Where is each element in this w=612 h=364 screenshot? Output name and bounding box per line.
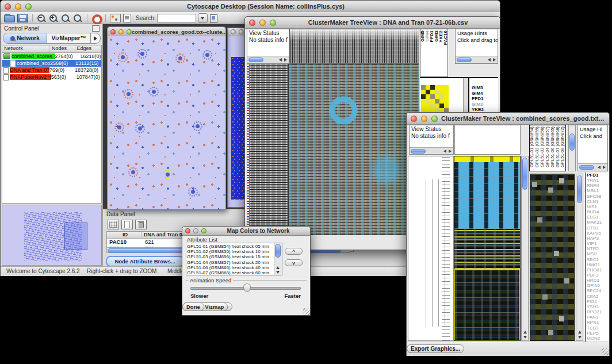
minimize-icon[interactable] <box>239 29 244 35</box>
scrollbar-thumb[interactable] <box>457 58 472 62</box>
zoom-out-icon[interactable] <box>37 14 47 23</box>
network-row[interactable]: combined_scores_ 2764(0) 16218(0) <box>2 53 101 60</box>
gene-label[interactable]: TCB3 <box>587 325 609 331</box>
scroll-up-icon[interactable] <box>276 266 280 269</box>
expression-heatmap[interactable] <box>454 156 521 341</box>
save-icon[interactable] <box>17 14 28 22</box>
gene-label[interactable]: PHO81 <box>587 267 609 273</box>
attribute-item[interactable]: GPL51-07 (GSM868) heat shock 60 min <box>187 270 274 275</box>
tab-network[interactable]: Network <box>3 33 47 43</box>
node-cluster[interactable] <box>175 53 185 63</box>
gene-label[interactable]: HMG1 <box>587 262 609 267</box>
hscrollbar[interactable] <box>456 56 498 63</box>
close-icon[interactable] <box>185 228 190 233</box>
treeview2-titlebar[interactable]: ClusterMaker TreeView : combined_scores_… <box>407 113 609 125</box>
zoom-actual-icon[interactable] <box>73 14 83 23</box>
row-dendrogram[interactable] <box>249 64 288 235</box>
heatmap-cell[interactable] <box>421 85 426 90</box>
gene-label[interactable]: YSH1 <box>587 304 609 309</box>
minimize-icon[interactable] <box>118 29 124 35</box>
gene-label[interactable]: PFD1 <box>472 96 486 102</box>
node-cluster[interactable] <box>124 89 133 99</box>
scroll-down-icon[interactable] <box>523 336 527 339</box>
column-label[interactable]: GPL51-04 (GSM857) <box>545 127 550 167</box>
gene-label[interactable]: MSI1 <box>587 251 609 256</box>
node-cluster[interactable] <box>135 124 145 133</box>
overview-viewport-rect[interactable] <box>64 223 87 250</box>
network-row[interactable]: RNAPuberNov2+! 563(0) 107847(0) <box>2 74 101 81</box>
heatmap-cell[interactable] <box>421 104 426 108</box>
attribute-item[interactable]: GPL51-01 (GSM854) heat shock 05 min <box>187 244 274 249</box>
resize-grip[interactable] <box>303 308 310 315</box>
vscrollbar[interactable] <box>576 174 583 341</box>
node-cluster[interactable] <box>202 50 212 60</box>
node-attribute-browser-tab[interactable]: Node Attribute Brows... <box>106 256 184 267</box>
hscrollbar[interactable] <box>247 56 289 63</box>
heatmap-cell[interactable] <box>435 85 439 90</box>
heatmap-cell[interactable] <box>430 94 435 99</box>
gene-label[interactable]: FIG4 <box>587 299 609 304</box>
scroll-up-icon[interactable] <box>523 331 527 334</box>
dialog-action-button[interactable]: Done <box>182 302 204 311</box>
network-window-1-titlebar[interactable]: combined_scores_good.txt--cluste... <box>108 27 225 37</box>
gene-label[interactable]: PFD1 <box>587 173 609 178</box>
zoom-window-icon[interactable] <box>25 3 32 10</box>
scrollbar-thumb[interactable] <box>577 175 582 203</box>
expression-heatmap[interactable] <box>288 64 419 235</box>
gene-label[interactable]: NIS1 <box>587 204 609 209</box>
network-row[interactable]: combined_sco 2569(6) 13112(15) <box>2 60 101 67</box>
minimize-icon[interactable] <box>15 3 21 10</box>
scroll-left-icon[interactable] <box>279 58 282 62</box>
tab-vizmapper[interactable]: VizMapper™ <box>47 33 90 43</box>
hscrollbar[interactable] <box>578 163 607 171</box>
minimize-icon[interactable] <box>259 20 266 26</box>
gene-label[interactable]: CLN1 <box>587 199 609 204</box>
search-dropdown-icon[interactable] <box>198 13 208 23</box>
network-window-1[interactable]: combined_scores_good.txt--cluste... <box>107 26 226 210</box>
network-overview-pane[interactable] <box>2 205 102 266</box>
scroll-right-icon[interactable] <box>449 150 452 153</box>
heatmap-cell[interactable] <box>421 94 426 99</box>
column-label[interactable]: GPL51-03 (GSM856) <box>540 127 545 167</box>
main-titlebar[interactable]: Cytoscape Desktop (Session Name: collins… <box>1 1 500 13</box>
scroll-left-icon[interactable] <box>443 150 446 153</box>
heatmap-cell[interactable] <box>426 94 430 99</box>
gene-label[interactable]: PUF3 <box>587 273 609 278</box>
heatmap-cell[interactable] <box>421 99 426 104</box>
column-label[interactable]: GPL51-06 (GSM865) <box>550 127 555 167</box>
scrollbar-thumb[interactable] <box>411 149 426 154</box>
gene-label[interactable]: SPC98 <box>587 194 609 199</box>
heatmap-cell[interactable] <box>444 85 449 90</box>
gene-label[interactable]: GIM5 <box>472 85 486 91</box>
tab-overflow-icon[interactable] <box>90 33 100 43</box>
close-icon[interactable] <box>5 3 11 10</box>
heatmap-selection-rect[interactable] <box>454 269 520 340</box>
node-cluster[interactable] <box>193 121 202 131</box>
float-panel-icon[interactable] <box>92 25 100 32</box>
gene-label[interactable]: YRA1 <box>587 178 609 183</box>
row-dendrogram[interactable] <box>408 156 454 341</box>
node-cluster[interactable] <box>128 167 138 177</box>
gene-label[interactable]: KAP95 <box>587 231 609 236</box>
zoom-window-icon[interactable] <box>270 20 276 26</box>
zoom-window-icon[interactable] <box>431 116 438 122</box>
column-header[interactable]: Nodes <box>50 45 75 52</box>
heatmap-cell[interactable] <box>439 94 444 99</box>
gene-label[interactable]: MSL1 <box>587 188 609 193</box>
column-header[interactable]: ID <box>107 232 141 238</box>
vizmapper-icon[interactable] <box>110 14 121 22</box>
heatmap-cell[interactable] <box>444 94 449 99</box>
gene-label[interactable]: BUD4 <box>587 209 609 214</box>
minimize-icon[interactable] <box>193 228 198 233</box>
node-cluster[interactable] <box>188 187 198 197</box>
attribute-item[interactable]: GPL51-02 (GSM855) heat shock 10 min <box>187 249 274 254</box>
heatmap-cell[interactable] <box>444 99 449 104</box>
node-cluster[interactable] <box>114 122 124 132</box>
gene-label[interactable]: RPN1 <box>587 320 609 325</box>
scroll-up-icon[interactable] <box>578 331 582 334</box>
scroll-right-icon[interactable] <box>284 58 287 62</box>
node-cluster[interactable] <box>118 52 128 62</box>
zoom-window-icon[interactable] <box>201 228 206 233</box>
gene-label[interactable]: SEC1 <box>587 257 609 262</box>
gene-label[interactable]: RNR4 <box>587 183 609 188</box>
